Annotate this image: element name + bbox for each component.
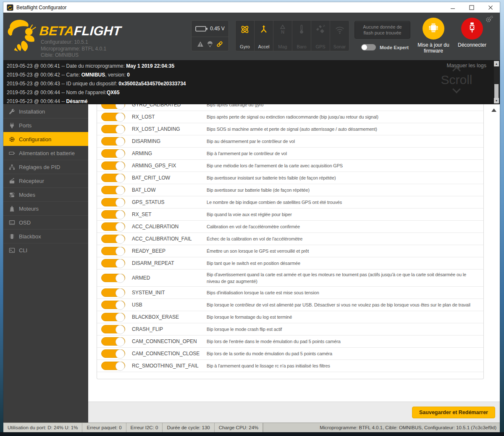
firmware-update-button[interactable]: Mise à jour du firmware xyxy=(417,18,450,54)
close-button[interactable] xyxy=(481,2,500,13)
sidebar-item-installation[interactable]: Installation xyxy=(3,104,88,118)
beeper-toggle-BAT_LOW[interactable] xyxy=(101,186,125,194)
log-entry: 2019-05-23 @ 00:06:43 -- ID unique du di… xyxy=(7,79,449,88)
link-icon xyxy=(216,41,223,48)
content-scroll-up-arrow[interactable] xyxy=(491,108,496,112)
beeper-toggle-BLACKBOX_ERASE[interactable] xyxy=(101,313,125,321)
beeper-row-ARMING_GPS_FIX: ARMING_GPS_FIXBip une mélodie lors de l'… xyxy=(97,160,483,172)
battery-voltage: 0.45 V xyxy=(210,26,225,32)
log-scrollbar[interactable]: ▲ ▼ xyxy=(494,61,499,103)
beeper-description: Calibration en vol de l'accéléromètre co… xyxy=(207,222,479,232)
sidebar-item-configuration[interactable]: Configuration xyxy=(3,132,88,146)
beeper-toggle-CAM_CONNECTION_OPEN[interactable] xyxy=(101,337,125,346)
beeper-toggle-ARMING_GPS_FIX[interactable] xyxy=(101,161,125,170)
blackbox-icon xyxy=(9,233,15,240)
beeper-list-panel: GYRO_CALIBRATEDBips après calibrage du g… xyxy=(97,104,484,379)
beeper-toggle-CRASH_FLIP[interactable] xyxy=(101,325,125,333)
osd-icon xyxy=(9,219,15,226)
sensor-label: Sonar xyxy=(333,44,346,49)
expert-mode-toggle[interactable] xyxy=(361,44,376,50)
beeper-toggle-USB[interactable] xyxy=(101,301,125,309)
beeper-description: Bip à l'armement quand le lissage rc n'a… xyxy=(207,361,479,371)
beeper-toggle-RX_LOST[interactable] xyxy=(101,113,125,121)
beeper-toggle-READY_BEEP[interactable] xyxy=(101,247,125,255)
usb-disconnect-icon xyxy=(466,21,478,36)
sidebar-item-moteurs[interactable]: Moteurs xyxy=(3,201,88,215)
sidebar-item-modes[interactable]: Modes xyxy=(3,188,88,201)
sidebar-item-r-cepteur[interactable]: Récepteur xyxy=(3,174,88,188)
sidebar-item-cli[interactable]: CLI xyxy=(3,243,88,257)
beeper-toggle-CAM_CONNECTION_CLOSE[interactable] xyxy=(101,349,125,358)
sidebar-item-r-glages-de-pid[interactable]: Réglages de PID xyxy=(3,160,88,174)
sidebar-nav: InstallationPortsConfigurationAlimentati… xyxy=(3,104,88,423)
beeper-toggle-GPS_STATUS[interactable] xyxy=(101,198,125,206)
log-scroll-down-arrow[interactable]: ▼ xyxy=(494,98,499,103)
save-reboot-button[interactable]: Sauvegarder et Redémarrer xyxy=(412,407,495,418)
maximize-button[interactable] xyxy=(462,2,481,13)
log-scroll-thumb[interactable] xyxy=(494,84,499,99)
beeper-toggle-ACC_CALIBRATION_FAIL[interactable] xyxy=(101,235,125,243)
sidebar-item-label: Configuration xyxy=(19,136,51,143)
sidebar-item-label: Blackbox xyxy=(19,233,41,240)
beeper-toggle-BAT_CRIT_LOW[interactable] xyxy=(101,174,125,182)
svg-text:N: N xyxy=(281,29,284,34)
version-info: Configurateur: 10.5.1 Microprogramme: BT… xyxy=(41,39,106,59)
title-bar: Betaflight Configurator xyxy=(3,2,500,13)
beeper-description: Bip lorsque le formatage du log est term… xyxy=(207,312,479,322)
app-icon xyxy=(7,4,13,11)
beeper-row-USB: USBBip lorsque le contrôleur de vol est … xyxy=(97,299,483,311)
beeper-row-DISARMING: DISARMINGBip au désarmement par le contr… xyxy=(97,135,483,148)
sensor-sonar: Sonar xyxy=(330,21,349,51)
beeper-toggle-RX_SET[interactable] xyxy=(101,210,125,219)
sensor-accel: Accel xyxy=(255,21,273,51)
battery-icon xyxy=(195,26,208,32)
sidebar-item-ports[interactable]: Ports xyxy=(3,118,88,132)
beeper-toggle-ARMING[interactable] xyxy=(101,149,125,158)
log-scroll-up-arrow[interactable]: ▲ xyxy=(494,61,499,66)
beeper-description: Bips SOS si machine armée et perte de si… xyxy=(207,124,479,134)
log-entry: 2019-05-23 @ 00:06:42 -- Carte: OMNIBUS,… xyxy=(7,71,449,79)
gyro-icon xyxy=(239,24,250,35)
sidebar-item-label: Récepteur xyxy=(19,178,44,184)
beeper-toggle-ACC_CALIBRATION[interactable] xyxy=(101,222,125,231)
sidebar-item-label: Modes xyxy=(19,192,35,198)
firmware-update-label: Mise à jour du firmware xyxy=(417,42,450,54)
settings-gear-icon[interactable] xyxy=(485,15,494,23)
status-cell: Erreur I2C: 0 xyxy=(126,423,163,432)
log-entry: 2019-05-23 @ 00:06:41 -- Date du micropr… xyxy=(7,62,449,71)
save-bar: Sauvegarder et Redémarrer xyxy=(88,402,500,423)
sidebar-item-osd[interactable]: OSD xyxy=(3,215,88,229)
beeper-name: ARMING_GPS_FIX xyxy=(132,163,207,169)
beeper-name: SYSTEM_INIT xyxy=(132,290,207,296)
configurator-version: Configurateur: 10.5.1 xyxy=(41,39,106,46)
sensor-gyro: Gyro xyxy=(236,21,255,51)
beeper-toggle-RC_SMOOTHING_INIT_FAIL[interactable] xyxy=(101,362,125,370)
battery-icon xyxy=(9,150,15,156)
beeper-description: Émettre un son lorsque le GPS est verrou… xyxy=(207,246,479,256)
status-cell: Erreur paquet: 0 xyxy=(82,423,126,432)
sidebar-item-alimentation-et-batterie[interactable]: Alimentation et batterie xyxy=(3,146,88,160)
flash-data-button[interactable]: Aucune donnée de flash puce trouvée xyxy=(354,21,410,39)
minimize-button[interactable] xyxy=(443,2,462,13)
beeper-name: ACC_CALIBRATION_FAIL xyxy=(132,236,207,242)
sidebar-item-blackbox[interactable]: Blackbox xyxy=(3,229,88,243)
beeper-row-GPS_STATUS: GPS_STATUSLe nombre de bip indique combi… xyxy=(97,196,483,209)
target-name: Cible: OMNIBUS xyxy=(41,52,106,59)
beeper-toggle-DISARM_REPEAT[interactable] xyxy=(101,259,125,267)
motor-icon xyxy=(9,206,15,212)
beeper-toggle-SYSTEM_INIT[interactable] xyxy=(101,288,125,297)
beeper-row-ACC_CALIBRATION: ACC_CALIBRATIONCalibration en vol de l'a… xyxy=(97,221,483,233)
beeper-toggle-RX_LOST_LANDING[interactable] xyxy=(101,125,125,133)
beeper-row-READY_BEEP: READY_BEEPÉmettre un son lorsque le GPS … xyxy=(97,245,483,257)
disconnect-button[interactable]: Déconnecter xyxy=(455,18,489,48)
disconnect-label: Déconnecter xyxy=(455,42,489,48)
sensor-label: Mag xyxy=(278,44,287,49)
beeper-description: Bips d'initialisation lorsque la carte e… xyxy=(207,288,479,298)
beeper-toggle-ARMED[interactable] xyxy=(101,274,125,282)
status-right-text: Microprogramme: BTFL 4.0.1, Cible: OMNIB… xyxy=(263,423,500,432)
sensor-gps: GPS xyxy=(311,21,330,51)
beeper-description: Bip lorsque le contrôleur de vol est ali… xyxy=(207,300,479,310)
beeper-name: DISARMING xyxy=(132,138,207,144)
beeper-toggle-DISARMING[interactable] xyxy=(101,137,125,145)
beeper-row-CRASH_FLIP: CRASH_FLIPBip lorsque le mode crash flip… xyxy=(97,323,483,336)
